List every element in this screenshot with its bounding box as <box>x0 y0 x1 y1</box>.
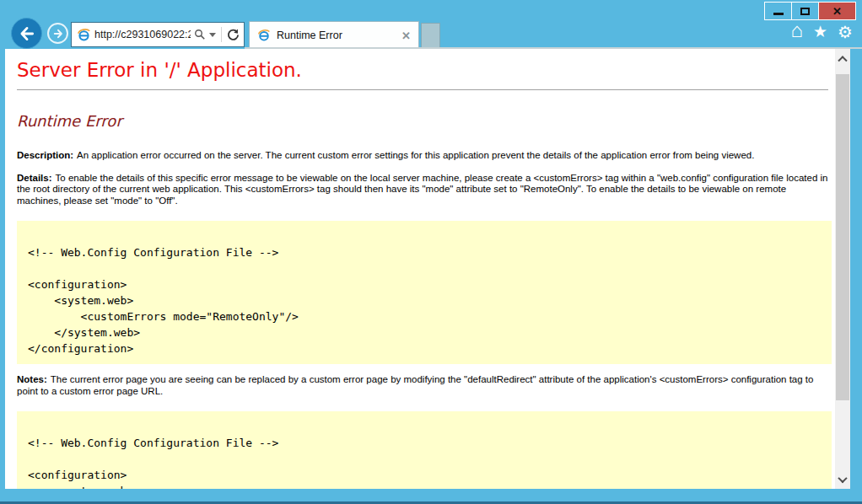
chrome-toolbar-icons: ⌂ ★ ⚙ <box>791 23 853 40</box>
settings-gear-icon[interactable]: ⚙ <box>838 24 853 40</box>
new-tab-button[interactable] <box>421 23 440 49</box>
chevron-down-icon <box>838 474 847 483</box>
scroll-up-button[interactable] <box>835 51 850 66</box>
close-icon: ✕ <box>832 6 842 17</box>
page-subtitle: Runtime Error <box>17 112 828 130</box>
favorites-star-icon[interactable]: ★ <box>813 24 827 40</box>
divider <box>221 27 222 42</box>
back-arrow-icon <box>18 24 36 43</box>
description-paragraph: Description:An application error occurre… <box>17 150 828 162</box>
minimize-button[interactable] <box>765 3 791 19</box>
minimize-icon <box>773 13 784 15</box>
web-config-code-block-1: <!-- Web.Config Configuration File --> <… <box>17 221 832 364</box>
page-content: Server Error in '/' Application. Runtime… <box>5 49 835 489</box>
refresh-icon[interactable] <box>227 29 240 41</box>
window-controls: ✕ <box>764 2 856 20</box>
tab-title: Runtime Error <box>277 29 396 41</box>
page-title: Server Error in '/' Application. <box>17 59 828 81</box>
ie-logo-icon <box>257 29 271 42</box>
close-button[interactable]: ✕ <box>819 3 855 19</box>
browser-window: ✕ http://c2931069022:2016/ <box>0 0 862 504</box>
url-text[interactable]: http://c2931069022:2016/ <box>94 29 191 40</box>
scroll-down-button[interactable] <box>835 472 850 487</box>
forward-arrow-icon <box>52 28 64 40</box>
details-label: Details: <box>17 173 56 183</box>
notes-paragraph: Notes:The current error page you are see… <box>17 374 828 397</box>
description-label: Description: <box>17 150 77 160</box>
forward-button[interactable] <box>47 23 68 44</box>
details-paragraph: Details:To enable the details of this sp… <box>17 173 828 207</box>
search-dropdown-caret-icon[interactable] <box>209 33 216 37</box>
details-text: To enable the details of this specific e… <box>17 173 827 206</box>
divider <box>17 89 828 90</box>
tab-runtime-error[interactable]: Runtime Error ✕ <box>249 21 419 49</box>
tab-close-icon[interactable]: ✕ <box>401 30 411 41</box>
search-icon[interactable] <box>194 29 206 40</box>
maximize-icon <box>800 8 810 15</box>
description-text: An application error occurred on the ser… <box>77 150 754 160</box>
chevron-up-icon <box>838 56 847 65</box>
web-config-code-block-2: <!-- Web.Config Configuration File --> <… <box>17 411 832 489</box>
back-button[interactable] <box>11 18 42 49</box>
vertical-scrollbar[interactable] <box>835 49 850 489</box>
notes-label: Notes: <box>17 374 51 384</box>
ie-logo-icon <box>77 28 91 42</box>
scrollbar-thumb[interactable] <box>836 74 849 400</box>
address-bar[interactable]: http://c2931069022:2016/ <box>71 22 245 47</box>
maximize-button[interactable] <box>792 3 818 19</box>
home-icon[interactable]: ⌂ <box>791 20 804 40</box>
notes-text: The current error page you are seeing ca… <box>17 374 813 396</box>
window-bottom-frame <box>0 489 862 504</box>
